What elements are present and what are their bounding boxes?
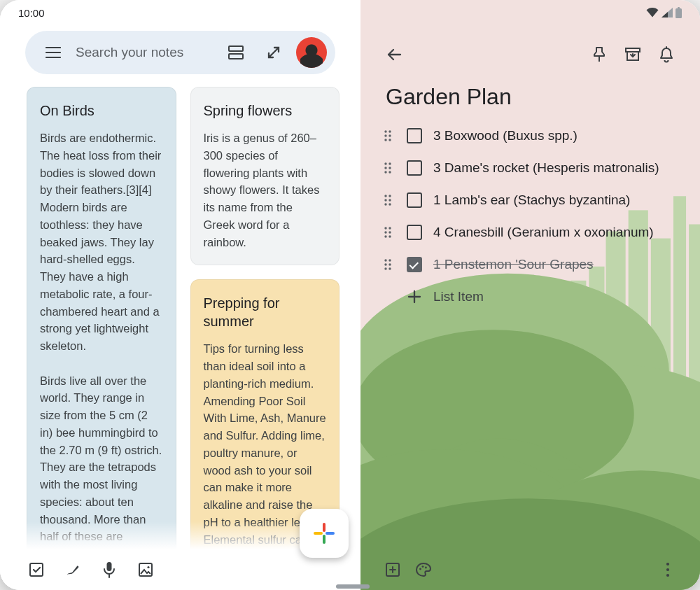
- svg-point-59: [666, 563, 669, 566]
- svg-rect-5: [107, 562, 112, 571]
- battery-icon: [676, 7, 682, 18]
- drag-handle-icon[interactable]: [380, 129, 396, 142]
- new-drawing-icon[interactable]: [60, 557, 85, 582]
- checklist-item-label[interactable]: 1 Penstemon 'Sour Grapes: [433, 257, 594, 272]
- new-audio-icon[interactable]: [97, 557, 122, 582]
- svg-rect-2: [229, 46, 243, 51]
- svg-rect-23: [626, 48, 640, 52]
- checkbox[interactable]: [407, 192, 422, 208]
- drag-handle-icon[interactable]: [380, 162, 396, 174]
- svg-point-54: [388, 267, 391, 269]
- new-image-icon[interactable]: [133, 557, 158, 582]
- note-body: Iris is a genus of 260–300 species of fl…: [204, 129, 327, 251]
- checklist-item-label[interactable]: 3 Dame's rocket (Hesperis matronalis): [433, 160, 659, 176]
- svg-point-31: [384, 162, 386, 164]
- svg-point-43: [384, 227, 386, 229]
- split-drag-handle[interactable]: [336, 584, 370, 589]
- avatar[interactable]: [296, 37, 327, 68]
- svg-point-58: [425, 567, 427, 569]
- drag-handle-icon[interactable]: [380, 226, 396, 239]
- svg-point-26: [388, 130, 391, 132]
- checkbox[interactable]: [407, 128, 422, 143]
- svg-point-30: [388, 139, 391, 141]
- svg-point-60: [666, 568, 669, 571]
- svg-point-27: [384, 134, 386, 136]
- svg-point-25: [384, 130, 386, 132]
- svg-point-39: [384, 199, 386, 201]
- checklist-item-label[interactable]: 3 Boxwood (Buxus spp.): [433, 128, 578, 143]
- plus-icon[interactable]: [407, 289, 422, 304]
- back-icon[interactable]: [377, 38, 411, 71]
- svg-point-40: [388, 199, 391, 201]
- checkbox[interactable]: [407, 257, 422, 272]
- svg-rect-3: [229, 54, 243, 59]
- svg-point-50: [388, 259, 391, 261]
- checklist-item[interactable]: 1 Lamb's ear (Stachys byzantina): [373, 184, 687, 216]
- note-title: Spring flowers: [204, 101, 327, 120]
- search-input[interactable]: Search your notes: [76, 45, 214, 60]
- menu-icon[interactable]: [38, 37, 69, 68]
- svg-point-47: [384, 235, 386, 237]
- search-bar[interactable]: Search your notes: [25, 31, 335, 74]
- drag-handle-icon[interactable]: [380, 194, 396, 206]
- status-bar: 10:00: [0, 0, 700, 25]
- note-detail-pane: Garden Plan 3 Boxwood (Buxus spp.) 3 Dam…: [360, 0, 700, 590]
- svg-point-29: [384, 139, 386, 141]
- notes-list-pane: Search your notes On Birds Birds are end…: [0, 0, 360, 590]
- svg-rect-4: [30, 563, 43, 576]
- svg-point-44: [388, 227, 391, 229]
- svg-rect-65: [326, 532, 335, 535]
- svg-point-8: [147, 566, 149, 568]
- svg-point-35: [384, 171, 386, 173]
- note-card[interactable]: Spring flowers Iris is a genus of 260–30…: [190, 87, 340, 265]
- reminder-icon[interactable]: [650, 38, 683, 71]
- detail-toolbar: [360, 38, 700, 71]
- add-list-item[interactable]: List Item: [373, 281, 687, 313]
- svg-point-28: [388, 134, 391, 136]
- svg-point-38: [388, 195, 391, 197]
- checklist-item-label[interactable]: 1 Lamb's ear (Stachys byzantina): [433, 192, 630, 208]
- more-icon[interactable]: [652, 554, 683, 585]
- svg-rect-62: [323, 523, 326, 532]
- checklist-item-label[interactable]: 4 Cranesbill (Geranium x oxonianum): [433, 225, 654, 240]
- checklist: 3 Boxwood (Buxus spp.) 3 Dame's rocket (…: [360, 120, 700, 313]
- svg-point-36: [388, 171, 391, 173]
- checklist-item[interactable]: 4 Cranesbill (Geranium x oxonianum): [373, 216, 687, 248]
- note-title: Prepping for summer: [204, 294, 327, 330]
- svg-point-53: [384, 267, 386, 269]
- detail-bottom-toolbar: [360, 549, 700, 590]
- view-toggle-icon[interactable]: [220, 37, 251, 68]
- palette-icon[interactable]: [408, 554, 439, 585]
- pin-icon[interactable]: [582, 38, 616, 71]
- note-card[interactable]: On Birds Birds are endothermic. The heat…: [27, 87, 176, 560]
- svg-point-32: [388, 162, 391, 164]
- svg-point-49: [384, 259, 386, 261]
- expand-icon[interactable]: [258, 37, 289, 68]
- svg-point-37: [384, 195, 386, 197]
- svg-point-46: [388, 231, 391, 233]
- add-list-item-label: List Item: [433, 289, 484, 304]
- checklist-item[interactable]: 1 Penstemon 'Sour Grapes: [373, 248, 687, 281]
- wifi-icon: [646, 8, 659, 17]
- svg-point-34: [388, 167, 391, 169]
- checkbox[interactable]: [407, 225, 422, 240]
- new-note-fab[interactable]: [300, 509, 349, 558]
- svg-point-51: [384, 263, 386, 265]
- archive-icon[interactable]: [616, 38, 650, 71]
- checklist-item[interactable]: 3 Dame's rocket (Hesperis matronalis): [373, 152, 687, 184]
- new-checklist-icon[interactable]: [24, 557, 49, 582]
- svg-point-42: [388, 203, 391, 205]
- note-title: On Birds: [40, 101, 163, 120]
- checklist-item[interactable]: 3 Boxwood (Buxus spp.): [373, 120, 687, 152]
- cell-icon: [662, 8, 673, 17]
- svg-point-61: [666, 574, 669, 577]
- drag-handle-icon[interactable]: [380, 258, 396, 271]
- svg-point-56: [419, 568, 421, 570]
- checkbox[interactable]: [407, 160, 422, 176]
- svg-rect-1: [678, 7, 680, 9]
- note-detail-title[interactable]: Garden Plan: [360, 71, 700, 120]
- add-box-icon[interactable]: [377, 554, 408, 585]
- status-time: 10:00: [18, 7, 45, 19]
- svg-rect-64: [314, 532, 323, 535]
- svg-point-57: [422, 566, 424, 568]
